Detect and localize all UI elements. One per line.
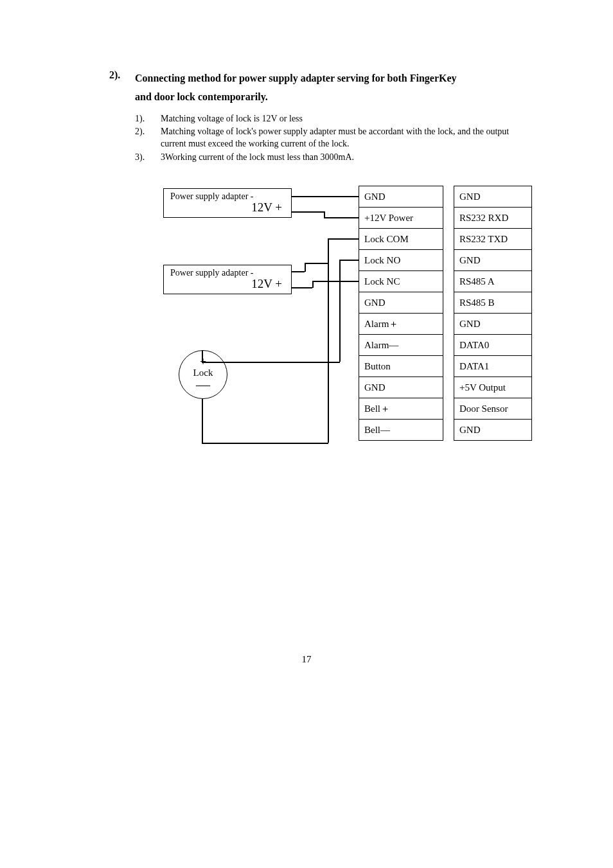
psu1-box: Power supply adapter - 12V + [163, 188, 292, 218]
list-item-text: 3Working current of the lock must less t… [161, 152, 536, 164]
wire [292, 287, 312, 288]
pin-label: GND [454, 420, 531, 441]
pin-label: Bell＋ [359, 398, 443, 420]
pin-label: Button [359, 356, 443, 377]
wire [328, 238, 359, 240]
wire [312, 281, 359, 282]
heading-number: 2). [109, 69, 135, 107]
pin-label: +5V Output [454, 377, 531, 398]
pin-label: Lock NO [359, 250, 443, 271]
section-heading: 2). Connecting method for power supply a… [109, 69, 536, 107]
pin-label: RS485 A [454, 271, 531, 292]
pin-label: Lock NC [359, 271, 443, 292]
list-item-text: Matching voltage of lock's power supply … [161, 126, 536, 150]
list-item: 2). Matching voltage of lock's power sup… [135, 126, 536, 150]
wire [324, 217, 359, 218]
list-item-text: Matching voltage of lock is 12V or less [161, 113, 536, 125]
list-item-number: 2). [135, 126, 161, 150]
pin-label: GND [454, 186, 531, 208]
pin-label: GND [359, 292, 443, 314]
wire [339, 260, 359, 261]
pin-label: RS232 RXD [454, 208, 531, 229]
wire [312, 281, 314, 288]
wire [202, 443, 328, 444]
pin-label: GND [454, 314, 531, 335]
heading-text: Connecting method for power supply adapt… [135, 69, 457, 107]
pin-label: GND [359, 186, 443, 208]
pin-label: Alarm— [359, 335, 443, 356]
requirement-list: 1). Matching voltage of lock is 12V or l… [135, 113, 536, 164]
heading-line1: Connecting method for power supply adapt… [135, 73, 457, 84]
pin-label: Alarm＋ [359, 314, 443, 335]
wire [292, 271, 305, 272]
wire [305, 263, 306, 272]
lock-minus: — [179, 378, 227, 391]
wiring-diagram: GND +12V Power Lock COM Lock NO Lock NC … [163, 186, 549, 462]
pin-label: DATA0 [454, 335, 531, 356]
list-item-number: 1). [135, 113, 161, 125]
wire [292, 196, 359, 197]
wire [202, 399, 203, 443]
wire [202, 362, 340, 363]
wire [328, 238, 329, 443]
lock-symbol: + Lock — [179, 350, 227, 399]
list-item-number: 3). [135, 152, 161, 164]
psu1-voltage: 12V + [170, 200, 286, 215]
list-item: 1). Matching voltage of lock is 12V or l… [135, 113, 536, 125]
page-number: 17 [0, 654, 613, 665]
pin-label: +12V Power [359, 208, 443, 229]
pin-label: RS485 B [454, 292, 531, 314]
pin-label: Door Sensor [454, 398, 531, 420]
psu2-box: Power supply adapter - 12V + [163, 265, 292, 294]
heading-line2: and door lock contemporarily. [135, 91, 268, 102]
pin-label: DATA1 [454, 356, 531, 377]
psu2-voltage: 12V + [170, 277, 286, 291]
wire [292, 211, 324, 213]
wire [202, 350, 203, 362]
wire [339, 260, 341, 362]
list-item: 3). 3Working current of the lock must le… [135, 152, 536, 164]
right-pin-column: GND RS232 RXD RS232 TXD GND RS485 A RS48… [454, 186, 532, 441]
pin-label: Bell— [359, 420, 443, 441]
pin-label: RS232 TXD [454, 229, 531, 250]
pin-label: GND [359, 377, 443, 398]
pin-label: Lock COM [359, 229, 443, 250]
left-pin-column: GND +12V Power Lock COM Lock NO Lock NC … [359, 186, 443, 441]
wire [305, 263, 328, 264]
page: 2). Connecting method for power supply a… [0, 0, 613, 868]
pin-label: GND [454, 250, 531, 271]
